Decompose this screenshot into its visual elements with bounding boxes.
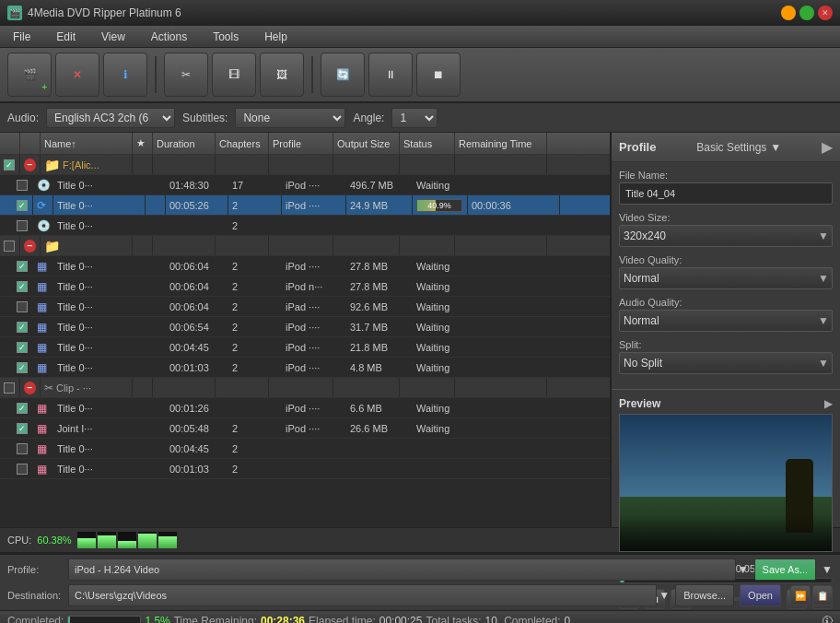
row-star[interactable] (146, 317, 166, 336)
watermark-button[interactable]: 🖼 (260, 53, 304, 97)
row-star[interactable] (133, 378, 153, 397)
preview-arrow-icon[interactable]: ▶ (824, 397, 833, 410)
menu-file[interactable]: File (7, 29, 36, 45)
row-star[interactable] (146, 256, 166, 276)
row-star[interactable] (146, 418, 166, 438)
list-item[interactable]: − 📁 (0, 236, 610, 256)
row-star[interactable] (146, 398, 166, 417)
row-star[interactable] (146, 175, 166, 194)
row-checkbox[interactable] (13, 459, 33, 478)
convert-button[interactable]: 🔄 (321, 53, 365, 97)
menu-edit[interactable]: Edit (51, 29, 81, 45)
list-item[interactable]: ▦ Title 0··· 00:06:04 2 iPod n··· 27.8 M… (0, 276, 610, 297)
checkbox-icon[interactable] (17, 301, 28, 312)
file-name-input[interactable] (619, 182, 833, 205)
video-quality-select[interactable]: Normal ▼ (619, 267, 833, 289)
checkbox-icon[interactable] (17, 342, 28, 353)
row-star[interactable] (146, 195, 166, 215)
panel-arrow-icon[interactable]: ▶ (822, 138, 833, 156)
maximize-button[interactable] (799, 6, 814, 20)
list-item[interactable]: 💿 Title 0··· 01:48:30 17 iPod ···· 496.7… (0, 175, 610, 195)
row-checkbox[interactable] (13, 175, 33, 194)
list-item[interactable]: ▦ Joint I··· 00:05:48 2 iPod ···· 26.6 M… (0, 418, 610, 439)
row-checkbox[interactable] (0, 378, 20, 397)
close-button[interactable]: ✕ (818, 6, 833, 20)
collapse-icon[interactable]: − (24, 382, 36, 394)
list-item[interactable]: − ✂ Clip - ··· (0, 378, 610, 398)
row-checkbox[interactable] (13, 418, 33, 438)
video-size-select[interactable]: 320x240 ▼ (619, 225, 833, 247)
extra-btn-1[interactable]: ⏩ (790, 585, 811, 605)
row-star[interactable] (146, 358, 166, 377)
row-checkbox[interactable] (0, 155, 20, 174)
row-checkbox[interactable] (13, 297, 33, 316)
browse-button[interactable]: Browse... (675, 584, 734, 606)
audio-select[interactable]: English AC3 2ch (6 (46, 108, 175, 128)
list-item[interactable]: 💿 Title 0··· 2 (0, 216, 610, 236)
row-star[interactable] (146, 337, 166, 357)
menu-tools[interactable]: Tools (207, 29, 244, 45)
dest-dropdown-icon[interactable]: ▼ (659, 589, 670, 602)
list-item[interactable]: ▦ Title 0··· 00:04:45 2 iPod ···· 21.8 M… (0, 337, 610, 358)
remove-button[interactable]: ✕ (55, 53, 99, 97)
checkbox-icon[interactable] (17, 362, 28, 373)
stop-button[interactable]: ⏹ (416, 53, 461, 97)
list-item[interactable]: ▦ Title 0··· 00:06:04 2 iPod ···· 27.8 M… (0, 256, 610, 276)
destination-path-button[interactable]: C:\Users\gzq\Videos (68, 584, 657, 606)
info-button[interactable]: ℹ (103, 53, 147, 97)
row-checkbox[interactable] (13, 256, 33, 276)
subtitles-select[interactable]: None (235, 108, 345, 128)
basic-settings-toggle[interactable]: Basic Settings ▼ (696, 141, 781, 154)
list-item[interactable]: ▦ Title 0··· 00:06:54 2 iPod ···· 31.7 M… (0, 317, 610, 337)
menu-view[interactable]: View (96, 29, 131, 45)
checkbox-icon[interactable] (17, 281, 28, 292)
save-as-button[interactable]: Save As... (754, 558, 817, 581)
checkbox-icon[interactable] (17, 261, 28, 272)
row-checkbox[interactable] (13, 216, 33, 235)
row-star[interactable] (146, 439, 166, 458)
split-select[interactable]: No Split ▼ (619, 352, 833, 374)
checkbox-icon[interactable] (17, 423, 28, 434)
checkbox-icon[interactable] (17, 322, 28, 333)
row-checkbox[interactable] (0, 236, 20, 255)
profile-dropdown-icon[interactable]: ▼ (738, 563, 749, 576)
audio-quality-select[interactable]: Normal ▼ (619, 310, 833, 332)
status-icon[interactable]: 🛈 (822, 615, 833, 624)
save-dropdown-icon[interactable]: ▼ (822, 563, 833, 576)
checkbox-icon[interactable] (17, 403, 28, 414)
row-checkbox[interactable] (13, 276, 33, 296)
row-star[interactable] (146, 459, 166, 478)
row-star[interactable] (146, 276, 166, 296)
minimize-button[interactable] (781, 6, 796, 20)
checkbox-icon[interactable] (17, 220, 28, 231)
row-star[interactable] (146, 297, 166, 316)
menu-actions[interactable]: Actions (146, 29, 192, 45)
effects-button[interactable]: 🎞 (212, 53, 256, 97)
row-checkbox[interactable] (13, 439, 33, 458)
list-item[interactable]: ⟳ Title 0··· 00:05:26 2 iPod ···· 24.9 M… (0, 195, 610, 216)
checkbox-icon[interactable] (4, 241, 15, 252)
row-checkbox[interactable] (13, 317, 33, 336)
row-star[interactable] (133, 155, 153, 174)
checkbox-icon[interactable] (4, 159, 15, 170)
collapse-icon[interactable]: − (24, 159, 36, 171)
list-item[interactable]: ▦ Title 0··· 00:04:45 2 (0, 439, 610, 459)
collapse-icon[interactable]: − (24, 240, 36, 253)
pause-button[interactable]: ⏸ (368, 53, 413, 97)
list-item[interactable]: ▦ Title 0··· 00:01:03 2 (0, 459, 610, 479)
angle-select[interactable]: 1 (391, 108, 438, 128)
checkbox-icon[interactable] (17, 200, 28, 211)
cut-button[interactable]: ✂ (164, 53, 208, 97)
checkbox-icon[interactable] (17, 464, 28, 475)
extra-btn-2[interactable]: 📋 (812, 585, 833, 605)
list-item[interactable]: ▦ Title 0··· 00:01:26 iPod ···· 6.6 MB W… (0, 398, 610, 418)
row-checkbox[interactable] (13, 358, 33, 377)
row-star[interactable] (133, 236, 153, 255)
row-checkbox[interactable] (13, 398, 33, 417)
profile-select-button[interactable]: iPod - H.264 Video (68, 558, 736, 581)
checkbox-icon[interactable] (17, 180, 28, 191)
checkbox-icon[interactable] (17, 443, 28, 454)
row-checkbox[interactable] (13, 337, 33, 357)
list-item[interactable]: ▦ Title 0··· 00:01:03 2 iPod ···· 4.8 MB… (0, 358, 610, 378)
row-checkbox[interactable] (13, 195, 33, 215)
